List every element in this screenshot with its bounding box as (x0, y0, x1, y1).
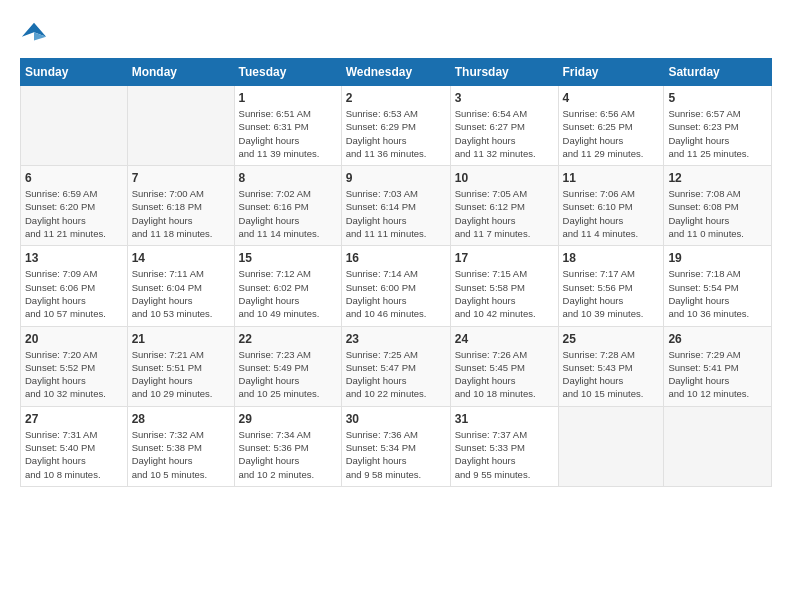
calendar-cell: 30 Sunrise: 7:36 AM Sunset: 5:34 PM Dayl… (341, 406, 450, 486)
day-number: 12 (668, 171, 767, 185)
calendar-cell: 8 Sunrise: 7:02 AM Sunset: 6:16 PM Dayli… (234, 166, 341, 246)
calendar-cell: 14 Sunrise: 7:11 AM Sunset: 6:04 PM Dayl… (127, 246, 234, 326)
day-number: 4 (563, 91, 660, 105)
day-number: 10 (455, 171, 554, 185)
calendar-cell: 7 Sunrise: 7:00 AM Sunset: 6:18 PM Dayli… (127, 166, 234, 246)
weekday-header-row: SundayMondayTuesdayWednesdayThursdayFrid… (21, 59, 772, 86)
calendar-cell: 22 Sunrise: 7:23 AM Sunset: 5:49 PM Dayl… (234, 326, 341, 406)
calendar-cell: 12 Sunrise: 7:08 AM Sunset: 6:08 PM Dayl… (664, 166, 772, 246)
day-info: Sunrise: 6:57 AM Sunset: 6:23 PM Dayligh… (668, 107, 767, 160)
day-number: 14 (132, 251, 230, 265)
day-info: Sunrise: 7:17 AM Sunset: 5:56 PM Dayligh… (563, 267, 660, 320)
day-info: Sunrise: 7:28 AM Sunset: 5:43 PM Dayligh… (563, 348, 660, 401)
calendar-cell: 25 Sunrise: 7:28 AM Sunset: 5:43 PM Dayl… (558, 326, 664, 406)
day-info: Sunrise: 6:54 AM Sunset: 6:27 PM Dayligh… (455, 107, 554, 160)
week-row-4: 20 Sunrise: 7:20 AM Sunset: 5:52 PM Dayl… (21, 326, 772, 406)
calendar-cell (558, 406, 664, 486)
weekday-friday: Friday (558, 59, 664, 86)
calendar-cell: 24 Sunrise: 7:26 AM Sunset: 5:45 PM Dayl… (450, 326, 558, 406)
calendar-cell (127, 86, 234, 166)
day-info: Sunrise: 7:26 AM Sunset: 5:45 PM Dayligh… (455, 348, 554, 401)
day-info: Sunrise: 7:15 AM Sunset: 5:58 PM Dayligh… (455, 267, 554, 320)
calendar-body: 1 Sunrise: 6:51 AM Sunset: 6:31 PM Dayli… (21, 86, 772, 487)
day-info: Sunrise: 7:00 AM Sunset: 6:18 PM Dayligh… (132, 187, 230, 240)
calendar-cell: 23 Sunrise: 7:25 AM Sunset: 5:47 PM Dayl… (341, 326, 450, 406)
calendar-cell: 2 Sunrise: 6:53 AM Sunset: 6:29 PM Dayli… (341, 86, 450, 166)
calendar-cell: 13 Sunrise: 7:09 AM Sunset: 6:06 PM Dayl… (21, 246, 128, 326)
weekday-sunday: Sunday (21, 59, 128, 86)
day-info: Sunrise: 7:11 AM Sunset: 6:04 PM Dayligh… (132, 267, 230, 320)
day-info: Sunrise: 7:32 AM Sunset: 5:38 PM Dayligh… (132, 428, 230, 481)
calendar-cell: 11 Sunrise: 7:06 AM Sunset: 6:10 PM Dayl… (558, 166, 664, 246)
logo (20, 20, 52, 48)
calendar-cell: 5 Sunrise: 6:57 AM Sunset: 6:23 PM Dayli… (664, 86, 772, 166)
calendar-cell: 19 Sunrise: 7:18 AM Sunset: 5:54 PM Dayl… (664, 246, 772, 326)
calendar-cell: 18 Sunrise: 7:17 AM Sunset: 5:56 PM Dayl… (558, 246, 664, 326)
day-info: Sunrise: 6:53 AM Sunset: 6:29 PM Dayligh… (346, 107, 446, 160)
day-number: 15 (239, 251, 337, 265)
week-row-5: 27 Sunrise: 7:31 AM Sunset: 5:40 PM Dayl… (21, 406, 772, 486)
day-info: Sunrise: 7:31 AM Sunset: 5:40 PM Dayligh… (25, 428, 123, 481)
day-info: Sunrise: 7:25 AM Sunset: 5:47 PM Dayligh… (346, 348, 446, 401)
day-number: 26 (668, 332, 767, 346)
day-info: Sunrise: 6:51 AM Sunset: 6:31 PM Dayligh… (239, 107, 337, 160)
logo-icon (20, 20, 48, 48)
day-info: Sunrise: 7:21 AM Sunset: 5:51 PM Dayligh… (132, 348, 230, 401)
day-number: 24 (455, 332, 554, 346)
day-number: 3 (455, 91, 554, 105)
day-info: Sunrise: 7:36 AM Sunset: 5:34 PM Dayligh… (346, 428, 446, 481)
day-info: Sunrise: 7:05 AM Sunset: 6:12 PM Dayligh… (455, 187, 554, 240)
day-number: 13 (25, 251, 123, 265)
day-info: Sunrise: 7:14 AM Sunset: 6:00 PM Dayligh… (346, 267, 446, 320)
day-info: Sunrise: 7:08 AM Sunset: 6:08 PM Dayligh… (668, 187, 767, 240)
day-info: Sunrise: 7:20 AM Sunset: 5:52 PM Dayligh… (25, 348, 123, 401)
day-number: 22 (239, 332, 337, 346)
calendar-cell: 26 Sunrise: 7:29 AM Sunset: 5:41 PM Dayl… (664, 326, 772, 406)
day-info: Sunrise: 6:56 AM Sunset: 6:25 PM Dayligh… (563, 107, 660, 160)
day-number: 11 (563, 171, 660, 185)
calendar-cell: 16 Sunrise: 7:14 AM Sunset: 6:00 PM Dayl… (341, 246, 450, 326)
calendar-cell: 15 Sunrise: 7:12 AM Sunset: 6:02 PM Dayl… (234, 246, 341, 326)
day-number: 29 (239, 412, 337, 426)
day-number: 17 (455, 251, 554, 265)
day-number: 23 (346, 332, 446, 346)
day-info: Sunrise: 7:18 AM Sunset: 5:54 PM Dayligh… (668, 267, 767, 320)
day-number: 18 (563, 251, 660, 265)
day-info: Sunrise: 6:59 AM Sunset: 6:20 PM Dayligh… (25, 187, 123, 240)
calendar-cell: 4 Sunrise: 6:56 AM Sunset: 6:25 PM Dayli… (558, 86, 664, 166)
day-number: 1 (239, 91, 337, 105)
week-row-2: 6 Sunrise: 6:59 AM Sunset: 6:20 PM Dayli… (21, 166, 772, 246)
day-number: 16 (346, 251, 446, 265)
calendar-cell (664, 406, 772, 486)
day-info: Sunrise: 7:03 AM Sunset: 6:14 PM Dayligh… (346, 187, 446, 240)
day-number: 30 (346, 412, 446, 426)
calendar-cell: 3 Sunrise: 6:54 AM Sunset: 6:27 PM Dayli… (450, 86, 558, 166)
day-number: 6 (25, 171, 123, 185)
calendar-cell: 27 Sunrise: 7:31 AM Sunset: 5:40 PM Dayl… (21, 406, 128, 486)
weekday-monday: Monday (127, 59, 234, 86)
day-number: 21 (132, 332, 230, 346)
week-row-1: 1 Sunrise: 6:51 AM Sunset: 6:31 PM Dayli… (21, 86, 772, 166)
weekday-tuesday: Tuesday (234, 59, 341, 86)
page-header (20, 20, 772, 48)
day-number: 31 (455, 412, 554, 426)
day-number: 5 (668, 91, 767, 105)
calendar-cell (21, 86, 128, 166)
day-number: 7 (132, 171, 230, 185)
weekday-wednesday: Wednesday (341, 59, 450, 86)
day-info: Sunrise: 7:23 AM Sunset: 5:49 PM Dayligh… (239, 348, 337, 401)
calendar-cell: 17 Sunrise: 7:15 AM Sunset: 5:58 PM Dayl… (450, 246, 558, 326)
day-info: Sunrise: 7:06 AM Sunset: 6:10 PM Dayligh… (563, 187, 660, 240)
day-number: 19 (668, 251, 767, 265)
calendar-cell: 31 Sunrise: 7:37 AM Sunset: 5:33 PM Dayl… (450, 406, 558, 486)
week-row-3: 13 Sunrise: 7:09 AM Sunset: 6:06 PM Dayl… (21, 246, 772, 326)
calendar-cell: 29 Sunrise: 7:34 AM Sunset: 5:36 PM Dayl… (234, 406, 341, 486)
day-number: 27 (25, 412, 123, 426)
calendar-cell: 20 Sunrise: 7:20 AM Sunset: 5:52 PM Dayl… (21, 326, 128, 406)
day-info: Sunrise: 7:34 AM Sunset: 5:36 PM Dayligh… (239, 428, 337, 481)
weekday-saturday: Saturday (664, 59, 772, 86)
day-number: 8 (239, 171, 337, 185)
day-number: 20 (25, 332, 123, 346)
day-info: Sunrise: 7:29 AM Sunset: 5:41 PM Dayligh… (668, 348, 767, 401)
calendar-cell: 1 Sunrise: 6:51 AM Sunset: 6:31 PM Dayli… (234, 86, 341, 166)
